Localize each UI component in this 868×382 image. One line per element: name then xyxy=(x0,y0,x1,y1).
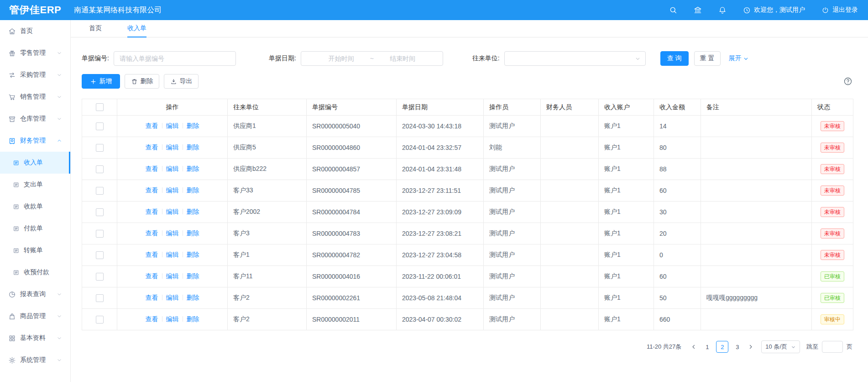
sidebar-item-retail[interactable]: 零售管理 xyxy=(0,42,70,64)
row-checkbox[interactable] xyxy=(96,251,104,259)
reset-button[interactable]: 重 置 xyxy=(694,51,721,66)
cell-amount: 88 xyxy=(654,159,701,180)
sidebar-item-sales[interactable]: 销售管理 xyxy=(0,86,70,108)
delete-link[interactable]: 删除 xyxy=(187,165,199,172)
sidebar-item-basic-data[interactable]: 基本资料 xyxy=(0,327,70,349)
row-checkbox[interactable] xyxy=(96,230,104,238)
view-link[interactable]: 查看 xyxy=(146,294,158,301)
cell-operator: 测试用户 xyxy=(484,287,541,309)
bell-icon[interactable] xyxy=(718,6,727,14)
view-link[interactable]: 查看 xyxy=(146,251,158,258)
sidebar-item-purchase[interactable]: 采购管理 xyxy=(0,64,70,86)
sidebar-item-home[interactable]: 首页 xyxy=(0,20,70,42)
sidebar-item-receipt-bill[interactable]: 收款单 xyxy=(0,196,70,218)
date-range-picker[interactable]: ~ xyxy=(301,51,443,66)
delete-link[interactable]: 删除 xyxy=(187,272,199,280)
delete-link[interactable]: 删除 xyxy=(187,229,199,237)
row-checkbox[interactable] xyxy=(96,273,104,281)
edit-link[interactable]: 编辑 xyxy=(166,251,179,258)
delete-link[interactable]: 删除 xyxy=(187,294,199,301)
row-checkbox[interactable] xyxy=(96,165,104,173)
edit-link[interactable]: 编辑 xyxy=(166,272,179,280)
search-icon[interactable] xyxy=(669,6,677,14)
delete-link[interactable]: 删除 xyxy=(187,122,199,129)
tab-home[interactable]: 首页 xyxy=(89,20,102,37)
view-link[interactable]: 查看 xyxy=(146,122,158,129)
sidebar-item-transfer-bill[interactable]: 转账单 xyxy=(0,239,70,261)
row-checkbox[interactable] xyxy=(96,208,104,216)
cell-status: 未审核 xyxy=(812,159,853,180)
add-button[interactable]: 新增 xyxy=(82,74,120,89)
help-icon[interactable] xyxy=(843,77,852,86)
delete-link[interactable]: 删除 xyxy=(187,315,199,323)
sidebar-item-label: 收款单 xyxy=(24,202,43,211)
status-badge: 未审核 xyxy=(821,143,844,153)
page-size-select[interactable]: 10 条/页 xyxy=(761,340,800,353)
row-checkbox[interactable] xyxy=(96,122,104,130)
sidebar-item-label: 报表查询 xyxy=(20,290,46,298)
delete-link[interactable]: 删除 xyxy=(187,208,199,215)
edit-link[interactable]: 编辑 xyxy=(166,294,179,301)
delete-link[interactable]: 删除 xyxy=(187,251,199,258)
next-page-button[interactable] xyxy=(745,341,757,353)
bank-icon[interactable] xyxy=(694,6,702,14)
view-link[interactable]: 查看 xyxy=(146,272,158,280)
sidebar-item-prepayment[interactable]: 收预付款 xyxy=(0,261,70,283)
cell-bill-no: SR00000004860 xyxy=(307,137,397,159)
bill-no-input[interactable] xyxy=(114,51,236,66)
page-button-2[interactable]: 2 xyxy=(716,341,728,353)
view-link[interactable]: 查看 xyxy=(146,229,158,237)
search-button[interactable]: 查 询 xyxy=(660,51,689,66)
chevron-down-icon xyxy=(57,94,62,100)
sidebar-item-payment-bill[interactable]: 付款单 xyxy=(0,218,70,239)
partner-select[interactable] xyxy=(504,51,646,66)
delete-link[interactable]: 删除 xyxy=(187,186,199,194)
user-menu[interactable]: 欢迎您，测试用户 xyxy=(743,6,805,14)
edit-link[interactable]: 编辑 xyxy=(166,208,179,215)
sidebar-item-finance[interactable]: 财务管理 xyxy=(0,130,70,152)
edit-link[interactable]: 编辑 xyxy=(166,315,179,323)
page-size-value: 10 条/页 xyxy=(765,343,787,351)
sidebar-item-goods[interactable]: 商品管理 xyxy=(0,305,70,327)
view-link[interactable]: 查看 xyxy=(146,186,158,194)
jump-page-input[interactable] xyxy=(822,341,843,353)
view-link[interactable]: 查看 xyxy=(146,165,158,172)
sidebar-item-expense-bill[interactable]: 支出单 xyxy=(0,174,70,196)
row-checkbox[interactable] xyxy=(96,187,104,195)
edit-link[interactable]: 编辑 xyxy=(166,186,179,194)
logout-button[interactable]: 退出登录 xyxy=(821,6,858,14)
date-end-input[interactable] xyxy=(375,54,430,63)
cell-date: 2024-01-04 23:32:57 xyxy=(397,137,484,159)
edit-link[interactable]: 编辑 xyxy=(166,165,179,172)
table-row: 查看编辑删除客户2SR000000020112023-04-07 00:30:0… xyxy=(82,309,853,330)
sidebar-item-warehouse[interactable]: 仓库管理 xyxy=(0,108,70,130)
view-link[interactable]: 查看 xyxy=(146,143,158,151)
row-checkbox[interactable] xyxy=(96,316,104,324)
delete-link[interactable]: 删除 xyxy=(187,143,199,151)
row-checkbox[interactable] xyxy=(96,294,104,302)
chevron-up-icon xyxy=(57,138,62,143)
row-checkbox[interactable] xyxy=(96,144,104,152)
edit-link[interactable]: 编辑 xyxy=(166,122,179,129)
export-button[interactable]: 导出 xyxy=(164,74,199,89)
view-link[interactable]: 查看 xyxy=(146,208,158,215)
edit-link[interactable]: 编辑 xyxy=(166,229,179,237)
delete-button[interactable]: 删除 xyxy=(125,74,159,89)
cell-account: 账户1 xyxy=(599,287,654,309)
sidebar-item-system[interactable]: 系统管理 xyxy=(0,349,70,371)
page-button-1[interactable]: 1 xyxy=(701,341,713,353)
page-button-3[interactable]: 3 xyxy=(731,341,743,353)
expand-link[interactable]: 展开 xyxy=(729,54,749,63)
view-link[interactable]: 查看 xyxy=(146,315,158,323)
tab-income-bill[interactable]: 收入单 xyxy=(127,20,146,37)
welcome-text: 欢迎您，测试用户 xyxy=(754,6,805,14)
report-icon xyxy=(8,291,16,298)
edit-link[interactable]: 编辑 xyxy=(166,143,179,151)
date-start-input[interactable] xyxy=(314,54,369,63)
select-all-checkbox[interactable] xyxy=(96,103,104,111)
prev-page-button[interactable] xyxy=(688,341,700,353)
app-logo: 管伊佳ERP xyxy=(9,3,61,17)
sidebar-item-income-bill[interactable]: 收入单 xyxy=(0,152,70,174)
column-header-4: 操作员 xyxy=(484,99,541,116)
sidebar-item-reports[interactable]: 报表查询 xyxy=(0,283,70,305)
